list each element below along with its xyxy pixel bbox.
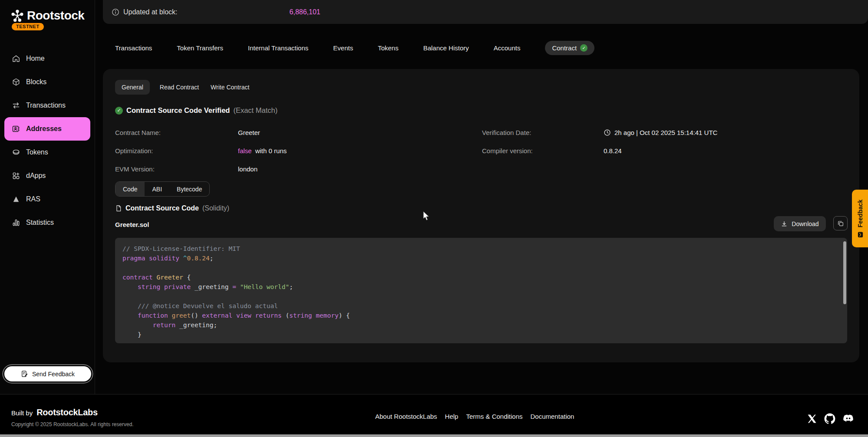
info-icon xyxy=(112,8,119,16)
clock-icon xyxy=(604,129,611,136)
source-code-block[interactable]: // SPDX-License-Identifier: MITpragma so… xyxy=(115,238,847,343)
sidebar-item-addresses[interactable]: Addresses xyxy=(4,117,90,141)
tab-events[interactable]: Events xyxy=(333,44,353,52)
verification-date-value: 2h ago | Oct 02 2025 15:14:41 UTC xyxy=(604,129,717,136)
compiler-version-label: Compiler version: xyxy=(482,147,604,154)
send-feedback-button[interactable]: Send Feedback xyxy=(4,366,91,381)
code-scrollbar-thumb[interactable] xyxy=(843,241,846,304)
copyright-text: Copyright © 2025 RootstockLabs. All righ… xyxy=(11,421,134,427)
optimization-value: false with 0 runs xyxy=(238,147,482,154)
source-code-heading: Contract Source Code (Solidity) xyxy=(115,204,229,212)
sidebar: Rootstock TESTNET Home Blocks Transactio… xyxy=(0,0,95,394)
rootstock-explorer-page: Updated at block: 6,886,101 Rootstock TE… xyxy=(0,0,868,437)
contract-name-value: Greeter xyxy=(238,129,482,136)
verified-heading: ✓ Contract Source Code Verified (Exact M… xyxy=(115,106,277,115)
verification-date-label: Verification Date: xyxy=(482,129,604,136)
feedback-form-icon xyxy=(21,370,28,378)
sidebar-item-tokens[interactable]: Tokens xyxy=(0,141,95,164)
social-icons xyxy=(807,413,854,424)
sidebar-item-blocks[interactable]: Blocks xyxy=(0,70,95,94)
coin-icon xyxy=(12,148,20,157)
evm-version-label: EVM Version: xyxy=(115,165,238,173)
contract-panel: General Read Contract Write Contract ✓ C… xyxy=(103,69,859,362)
swap-arrows-icon xyxy=(12,101,20,110)
block-number-link[interactable]: 6,886,101 xyxy=(290,8,320,16)
footer-links: About RootstockLabs Help Terms & Conditi… xyxy=(375,413,574,420)
rootstocklabs-logo[interactable]: RootstockLabs xyxy=(36,407,98,417)
tab-contract[interactable]: Contract ✓ xyxy=(545,41,594,55)
tab-internal-transactions[interactable]: Internal Transactions xyxy=(248,44,308,52)
updated-block-label: Updated at block: xyxy=(123,8,178,16)
tab-token-transfers[interactable]: Token Transfers xyxy=(177,44,223,52)
brand-name: Rootstock xyxy=(27,9,84,23)
footer-link-help[interactable]: Help xyxy=(445,413,459,420)
cube-icon xyxy=(12,78,20,86)
sidebar-nav: Home Blocks Transactions Addresses Token… xyxy=(0,47,95,234)
horizontal-scrollbar[interactable] xyxy=(0,434,868,437)
code-content: // SPDX-License-Identifier: MITpragma so… xyxy=(115,238,847,339)
sidebar-item-ras[interactable]: RAS xyxy=(0,187,95,211)
copy-source-button[interactable] xyxy=(833,216,848,230)
subtab-read-contract[interactable]: Read Contract xyxy=(158,80,201,95)
tab-balance-history[interactable]: Balance History xyxy=(423,44,469,52)
feedback-envelope-icon xyxy=(857,231,863,238)
discord-icon[interactable] xyxy=(842,413,854,424)
home-icon xyxy=(12,54,20,63)
tab-accounts[interactable]: Accounts xyxy=(494,44,521,52)
footer: Built by RootstockLabs Copyright © 2025 … xyxy=(0,394,868,434)
code-view-switch: Code ABI Bytecode xyxy=(115,181,210,197)
github-icon[interactable] xyxy=(824,413,835,424)
sidebar-item-transactions[interactable]: Transactions xyxy=(0,94,95,117)
download-icon xyxy=(781,220,788,227)
tab-tokens[interactable]: Tokens xyxy=(378,44,399,52)
document-icon xyxy=(115,205,122,212)
download-button[interactable]: Download xyxy=(774,216,826,231)
code-tab[interactable]: Code xyxy=(116,182,145,196)
address-card-icon xyxy=(12,125,20,133)
feedback-side-tab[interactable]: Feedback xyxy=(852,190,868,247)
bytecode-tab[interactable]: Bytecode xyxy=(169,182,209,196)
copy-icon xyxy=(837,220,844,227)
updated-block-strip: Updated at block: 6,886,101 xyxy=(103,0,868,24)
built-by-label: Built by xyxy=(11,409,33,417)
contract-name-label: Contract Name: xyxy=(115,129,238,136)
contract-fields: Contract Name: Greeter Verification Date… xyxy=(115,123,717,178)
x-twitter-icon[interactable] xyxy=(807,414,817,424)
testnet-badge: TESTNET xyxy=(12,23,44,30)
verified-check-icon: ✓ xyxy=(115,107,123,115)
source-file-name: Greeter.sol xyxy=(115,221,149,228)
optimization-label: Optimization: xyxy=(115,147,238,154)
footer-link-documentation[interactable]: Documentation xyxy=(531,413,574,420)
subtab-write-contract[interactable]: Write Contract xyxy=(209,80,251,95)
subtab-general[interactable]: General xyxy=(115,80,150,95)
bar-chart-icon xyxy=(12,218,20,227)
sidebar-item-dapps[interactable]: dApps xyxy=(0,164,95,187)
ras-triangle-icon xyxy=(12,195,20,204)
abi-tab[interactable]: ABI xyxy=(145,182,169,196)
evm-version-value: london xyxy=(238,165,482,173)
contract-subtabs: General Read Contract Write Contract xyxy=(115,80,251,95)
sidebar-item-home[interactable]: Home xyxy=(0,47,95,70)
brand-logo[interactable]: Rootstock xyxy=(10,9,84,23)
dapps-grid-icon xyxy=(12,171,20,180)
footer-link-terms[interactable]: Terms & Conditions xyxy=(466,413,522,420)
compiler-version-value: 0.8.24 xyxy=(604,147,717,154)
rootstock-logo-icon xyxy=(10,9,24,23)
footer-link-about[interactable]: About RootstockLabs xyxy=(375,413,437,420)
tab-transactions[interactable]: Transactions xyxy=(115,44,152,52)
address-tabs: Transactions Token Transfers Internal Tr… xyxy=(103,40,594,56)
sidebar-item-statistics[interactable]: Statistics xyxy=(0,211,95,234)
contract-verified-check-icon: ✓ xyxy=(580,44,587,52)
